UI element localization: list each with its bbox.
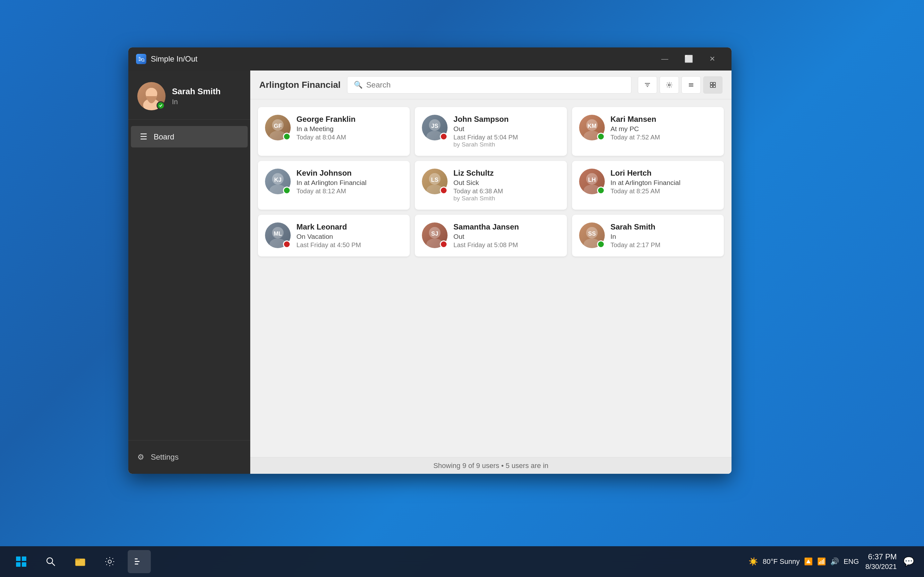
person-info-john: John Sampson Out Last Friday at 5:04 PM … [453, 115, 559, 148]
svg-rect-17 [710, 85, 712, 87]
person-card-lori[interactable]: LH Lori Hertch In at Arlington Financial… [572, 161, 724, 210]
person-avatar-kari: KM [579, 115, 605, 140]
person-activity-sarah: In [611, 233, 717, 240]
svg-rect-46 [16, 556, 21, 561]
content-panel: Arlington Financial 🔍 [250, 71, 732, 474]
taskbar-volume-icon: 🔊 [830, 558, 839, 566]
content-topbar: Arlington Financial 🔍 [250, 71, 732, 99]
person-status-dot-lori [597, 187, 605, 194]
person-card-john[interactable]: JS John Sampson Out Last Friday at 5:04 … [415, 107, 567, 156]
person-name-john: John Sampson [453, 115, 559, 124]
window-controls: — ⬜ ✕ [653, 51, 724, 67]
person-status-dot-kari [597, 133, 605, 140]
taskbar-time: 6:37 PM [865, 551, 897, 562]
close-button[interactable]: ✕ [701, 51, 724, 67]
person-name-kevin: Kevin Johnson [296, 169, 403, 177]
svg-rect-16 [713, 82, 716, 85]
list-view-button[interactable] [682, 76, 701, 93]
person-avatar-kevin: KJ [265, 169, 291, 194]
svg-rect-53 [75, 559, 80, 560]
person-time-samantha: Last Friday at 5:08 PM [453, 242, 559, 249]
person-info-kevin: Kevin Johnson In at Arlington Financial … [296, 169, 403, 195]
person-time-liz: Today at 6:38 AM [453, 187, 559, 195]
user-status-indicator [157, 101, 165, 110]
person-name-george: George Franklin [296, 115, 403, 124]
person-time-lori: Today at 8:25 AM [611, 187, 717, 195]
person-avatar-george: GF [265, 115, 291, 140]
topbar-actions [638, 76, 722, 93]
taskbar-left [10, 550, 151, 573]
minimize-button[interactable]: — [653, 51, 676, 67]
status-text: Showing 9 of 9 users • 5 users are in [433, 462, 549, 470]
sidebar-item-board[interactable]: ☰ Board [131, 126, 248, 147]
person-name-sarah: Sarah Smith [611, 222, 717, 231]
simple-inout-taskbar-button[interactable] [128, 550, 151, 573]
person-by-liz: by Sarah Smith [453, 195, 559, 202]
person-card-kari[interactable]: KM Kari Mansen At my PC Today at 7:52 AM [572, 107, 724, 156]
sidebar: Sarah Smith In ☰ Board ⚙ Settings [128, 71, 250, 474]
taskbar-right: ☀️ 80°F Sunny 🔼 📶 🔊 ENG 6:37 PM 8/30/202… [748, 551, 914, 572]
board-label: Board [153, 132, 174, 141]
user-profile[interactable]: Sarah Smith In [128, 71, 250, 119]
notification-button[interactable]: 💬 [903, 556, 914, 567]
svg-rect-2 [139, 60, 141, 61]
title-bar: Simple In/Out — ⬜ ✕ [128, 47, 732, 71]
filter-button[interactable] [638, 76, 657, 93]
person-card-kevin[interactable]: KJ Kevin Johnson In at Arlington Financi… [258, 161, 410, 210]
person-activity-john: Out [453, 125, 559, 133]
svg-line-4 [144, 61, 144, 61]
person-card-liz[interactable]: LS Liz Schultz Out Sick Today at 6:38 AM… [415, 161, 567, 210]
person-card-sarah[interactable]: SS Sarah Smith In Today at 2:17 PM [572, 215, 724, 256]
person-avatar-samantha: SJ [422, 222, 447, 248]
person-activity-lori: In at Arlington Financial [611, 179, 717, 187]
svg-line-51 [52, 563, 55, 566]
person-card-george[interactable]: GF George Franklin In a Meeting Today at… [258, 107, 410, 156]
search-box[interactable]: 🔍 [347, 76, 632, 93]
settings-taskbar-button[interactable] [98, 550, 121, 573]
taskbar-network-icon: 🔼 [804, 558, 813, 566]
person-name-lori: Lori Hertch [611, 169, 717, 177]
taskbar-sys-icons: ☀️ 80°F Sunny 🔼 📶 🔊 ENG [748, 557, 859, 566]
window-title: Simple In/Out [151, 55, 649, 63]
location-title: Arlington Financial [259, 80, 341, 90]
settings-button[interactable] [660, 76, 679, 93]
person-card-samantha[interactable]: SJ Samantha Jansen Out Last Friday at 5:… [415, 215, 567, 256]
start-button[interactable] [10, 550, 33, 573]
person-info-samantha: Samantha Jansen Out Last Friday at 5:08 … [453, 222, 559, 249]
svg-rect-15 [710, 82, 712, 85]
person-activity-mark: On Vacation [296, 233, 403, 240]
svg-point-54 [108, 560, 111, 563]
svg-text:SS: SS [588, 230, 596, 237]
settings-item[interactable]: ⚙ Settings [134, 447, 245, 467]
search-taskbar-button[interactable] [39, 550, 62, 573]
person-by-john: by Sarah Smith [453, 141, 559, 148]
search-input[interactable] [367, 81, 625, 89]
person-avatar-liz: LS [422, 169, 447, 194]
person-card-mark[interactable]: ML Mark Leonard On Vacation Last Friday … [258, 215, 410, 256]
person-avatar-sarah: SS [579, 222, 605, 248]
person-status-dot-liz [440, 187, 447, 194]
maximize-button[interactable]: ⬜ [677, 51, 700, 67]
person-name-kari: Kari Mansen [611, 115, 717, 124]
svg-text:KJ: KJ [274, 177, 281, 183]
taskbar-clock: 6:37 PM 8/30/2021 [865, 551, 897, 572]
person-info-liz: Liz Schultz Out Sick Today at 6:38 AM by… [453, 169, 559, 202]
person-time-mark: Last Friday at 4:50 PM [296, 242, 403, 249]
user-name: Sarah Smith [172, 87, 221, 97]
search-icon: 🔍 [354, 81, 363, 89]
file-explorer-button[interactable] [69, 550, 92, 573]
person-time-george: Today at 8:04 AM [296, 134, 403, 141]
svg-text:LS: LS [431, 177, 439, 183]
svg-text:KM: KM [588, 123, 596, 129]
taskbar: ☀️ 80°F Sunny 🔼 📶 🔊 ENG 6:37 PM 8/30/202… [0, 546, 924, 577]
grid-view-button[interactable] [703, 76, 722, 93]
svg-rect-57 [135, 564, 138, 564]
sidebar-nav: ☰ Board [128, 119, 250, 440]
person-name-samantha: Samantha Jansen [453, 222, 559, 231]
person-status-dot-mark [283, 240, 291, 248]
person-status-dot-george [283, 133, 291, 140]
person-time-john: Last Friday at 5:04 PM [453, 134, 559, 141]
person-info-mark: Mark Leonard On Vacation Last Friday at … [296, 222, 403, 249]
person-activity-liz: Out Sick [453, 179, 559, 187]
svg-rect-18 [713, 85, 716, 87]
